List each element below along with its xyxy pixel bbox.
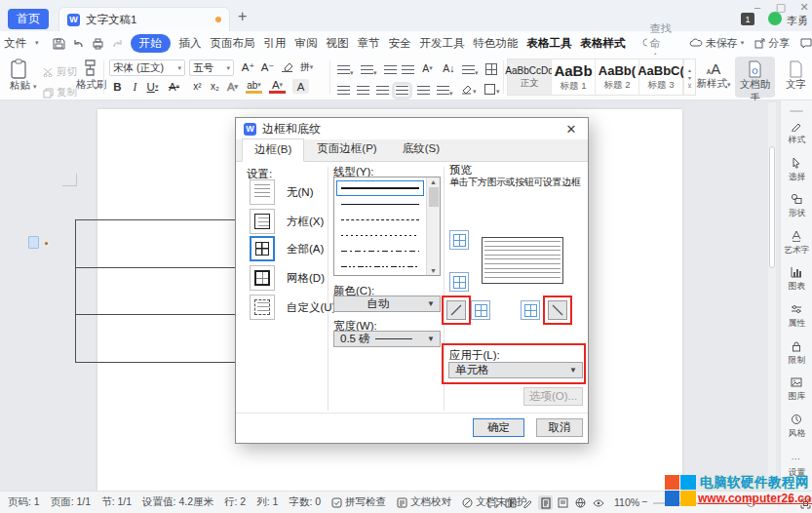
menu-item-references[interactable]: 引用 — [264, 36, 287, 51]
page-view-button[interactable] — [538, 495, 553, 510]
distribute-button[interactable] — [417, 82, 430, 99]
font-name-combo[interactable]: 宋体 (正文)▾ — [109, 59, 185, 76]
underline-button[interactable]: U▾ — [144, 79, 161, 94]
bold-button[interactable]: B — [109, 79, 126, 94]
scroll-up-icon[interactable]: ▲ — [430, 178, 437, 185]
menu-item-special-features[interactable]: 特色功能 — [474, 36, 519, 51]
menu-item-page-layout[interactable]: 页面布局 — [211, 36, 255, 51]
clear-format-button[interactable] — [279, 59, 295, 74]
highlight-button[interactable]: ab▾ — [246, 79, 262, 94]
character-scale-button[interactable]: A▾ — [419, 60, 436, 75]
new-tab-button[interactable]: + — [238, 8, 247, 25]
text-tool-button[interactable]: 文字 — [780, 57, 812, 98]
format-painter-button[interactable]: 格式刷 — [76, 59, 107, 92]
read-layout-button[interactable] — [503, 495, 518, 510]
scroll-down-icon[interactable]: ▼ — [430, 267, 437, 274]
sidebar-item-gallery[interactable]: 图库 — [788, 376, 806, 414]
dialog-close-button[interactable]: ✕ — [562, 122, 580, 137]
increase-indent-button[interactable] — [402, 61, 414, 79]
align-right-button[interactable] — [376, 82, 389, 99]
page-border-button[interactable]: ▾ — [483, 80, 500, 98]
setting-grid[interactable]: 网格(D) — [250, 265, 325, 291]
character-shading-button[interactable]: A — [292, 79, 309, 94]
sidebar-item-shapes[interactable]: 形状 — [788, 193, 806, 230]
notification-badge[interactable]: 1 — [741, 13, 754, 25]
style-card-heading1[interactable]: AaBb 标题 1 — [552, 59, 596, 95]
style-card-heading2[interactable]: AaBb( 标题 2 — [596, 59, 639, 95]
menu-item-review[interactable]: 审阅 — [295, 36, 318, 51]
align-left-button[interactable] — [337, 82, 350, 99]
sidebar-item-theme[interactable]: 风格 — [788, 414, 806, 451]
menu-item-view[interactable]: 视图 — [327, 36, 349, 51]
cancel-button[interactable]: 取消 — [536, 418, 583, 437]
file-menu[interactable]: 文件 — [4, 36, 26, 51]
home-tab[interactable]: 首页 — [8, 9, 49, 29]
share-button[interactable]: 分享 — [754, 36, 790, 51]
web-view-button[interactable] — [573, 495, 588, 510]
print-icon[interactable] — [92, 34, 104, 52]
diagonal-down-border-button[interactable] — [548, 300, 567, 320]
line-style-dash-dot-dot[interactable] — [334, 258, 426, 274]
color-dropdown[interactable]: 自动 ▼ — [333, 296, 441, 312]
ok-button[interactable]: 确定 — [473, 418, 524, 437]
menu-item-home[interactable]: 开始 — [131, 34, 171, 53]
setting-none[interactable]: 无(N) — [250, 179, 313, 205]
subscript-button[interactable]: x₂ — [207, 79, 223, 94]
gallery-up-button[interactable]: ▴ — [688, 66, 691, 73]
setting-box[interactable]: 方框(X) — [250, 209, 324, 234]
gallery-more-button[interactable]: ⊻ — [687, 82, 691, 89]
shading-color-button[interactable]: ▾ — [460, 80, 477, 98]
sidebar-handle[interactable] — [790, 110, 803, 112]
sort-button[interactable]: A↓ — [441, 60, 457, 75]
menu-item-security[interactable]: 安全 — [389, 36, 411, 51]
new-style-button[interactable]: ᴀA 新样式▾ — [694, 60, 733, 91]
gallery-down-button[interactable]: ▾ — [688, 74, 691, 81]
menu-item-section[interactable]: 章节 — [358, 36, 380, 51]
decrease-font-button[interactable]: A⁻ — [259, 59, 276, 74]
menu-item-table-tools[interactable]: 表格工具 — [527, 36, 572, 51]
decrease-indent-button[interactable] — [384, 61, 397, 79]
inner-horizontal-border-button[interactable] — [449, 272, 469, 292]
sidebar-item-styles[interactable]: 样式 — [788, 120, 806, 157]
user-name[interactable]: 李勇 — [787, 14, 808, 28]
justify-button[interactable] — [396, 82, 408, 99]
scrollbar-thumb[interactable] — [769, 146, 775, 268]
line-style-dotted[interactable] — [334, 227, 426, 243]
italic-button[interactable]: I — [127, 79, 143, 94]
line-style-dashed[interactable] — [334, 212, 426, 227]
paragraph-mark-button[interactable]: ▾ — [462, 61, 479, 79]
top-border-button[interactable] — [449, 230, 469, 250]
style-card-heading3[interactable]: AaBbC( 标题 3 — [639, 59, 683, 95]
cut-button[interactable]: 剪切 — [43, 61, 77, 79]
line-style-dash-dot[interactable] — [334, 243, 426, 258]
bullets-button[interactable]: ▾ — [337, 61, 354, 79]
apply-to-dropdown[interactable]: 单元格 ▼ — [448, 362, 583, 378]
outline-view-button[interactable] — [556, 495, 570, 510]
save-status[interactable]: 未保存▾ — [689, 36, 745, 51]
options-button[interactable]: 选项(O)... — [523, 387, 583, 406]
pinyin-guide-button[interactable]: 拼▾ — [298, 59, 315, 74]
eye-protect-button[interactable] — [591, 495, 605, 510]
copy-button[interactable]: 复制 — [43, 82, 77, 99]
font-size-combo[interactable]: 五号▾ — [189, 59, 234, 76]
align-center-button[interactable] — [357, 82, 369, 99]
status-word-count[interactable]: 字数: 0 — [289, 495, 321, 509]
window-close-button[interactable]: ✕ — [797, 1, 811, 14]
table-borders-button[interactable] — [485, 61, 497, 79]
inner-borders-button-right[interactable] — [521, 300, 540, 320]
font-color-button[interactable]: A▾ — [269, 79, 286, 94]
preview-box[interactable] — [482, 237, 563, 284]
menu-item-table-style[interactable]: 表格样式 — [581, 36, 626, 51]
menu-item-insert[interactable]: 插入 — [179, 36, 202, 51]
sidebar-item-properties[interactable]: 属性 — [788, 303, 806, 340]
tab-page-border[interactable]: 页面边框(P) — [304, 138, 389, 161]
doc-assistant-button[interactable]: 文档助手 — [735, 57, 775, 98]
superscript-button[interactable]: x² — [189, 79, 206, 94]
zoom-level[interactable]: 110% — [614, 496, 639, 508]
menu-item-dev-tools[interactable]: 开发工具 — [420, 36, 465, 51]
width-dropdown[interactable]: 0.5 磅 ▼ — [333, 331, 441, 347]
comment-button[interactable]: 批注▾ — [800, 36, 812, 51]
setting-all[interactable]: 全部(A) — [250, 236, 324, 261]
text-effects-button[interactable]: A▾ — [224, 79, 241, 94]
list-scrollbar[interactable]: ▲ ▼ — [426, 178, 440, 275]
